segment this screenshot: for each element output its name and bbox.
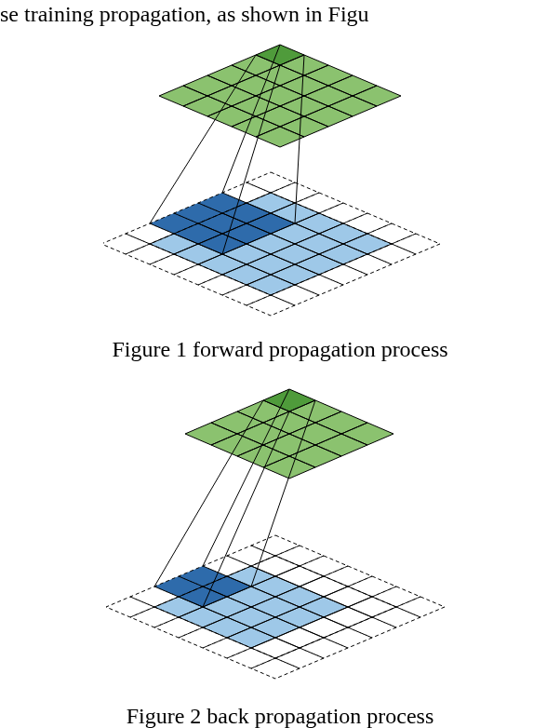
svg-marker-90 (396, 597, 445, 617)
figure-2-svg (103, 372, 457, 698)
svg-marker-44 (103, 234, 150, 254)
svg-marker-88 (348, 576, 396, 597)
svg-marker-96 (348, 597, 396, 617)
svg-marker-118 (300, 638, 348, 658)
partial-text-line: se training propagation, as shown in Fig… (0, 0, 560, 27)
svg-marker-89 (372, 586, 420, 607)
svg-marker-50 (247, 295, 295, 316)
svg-marker-86 (300, 556, 348, 576)
figure-1-caption: Figure 1 forward propagation process (0, 337, 560, 362)
svg-marker-85 (275, 546, 324, 566)
svg-marker-132 (251, 658, 300, 679)
svg-marker-97 (372, 607, 420, 627)
svg-marker-104 (348, 617, 396, 638)
svg-marker-2 (247, 172, 295, 193)
svg-marker-125 (275, 648, 324, 668)
figure-2-caption: Figure 2 back propagation process (0, 704, 560, 728)
svg-marker-126 (106, 597, 154, 617)
svg-marker-91 (227, 546, 275, 566)
svg-marker-84 (251, 535, 300, 556)
svg-marker-8 (392, 234, 440, 254)
figure-2 (0, 372, 560, 698)
svg-marker-87 (324, 566, 372, 586)
svg-marker-131 (227, 648, 275, 668)
figure-1-svg (103, 37, 457, 335)
svg-marker-111 (324, 627, 372, 648)
figure-1 (0, 37, 560, 335)
